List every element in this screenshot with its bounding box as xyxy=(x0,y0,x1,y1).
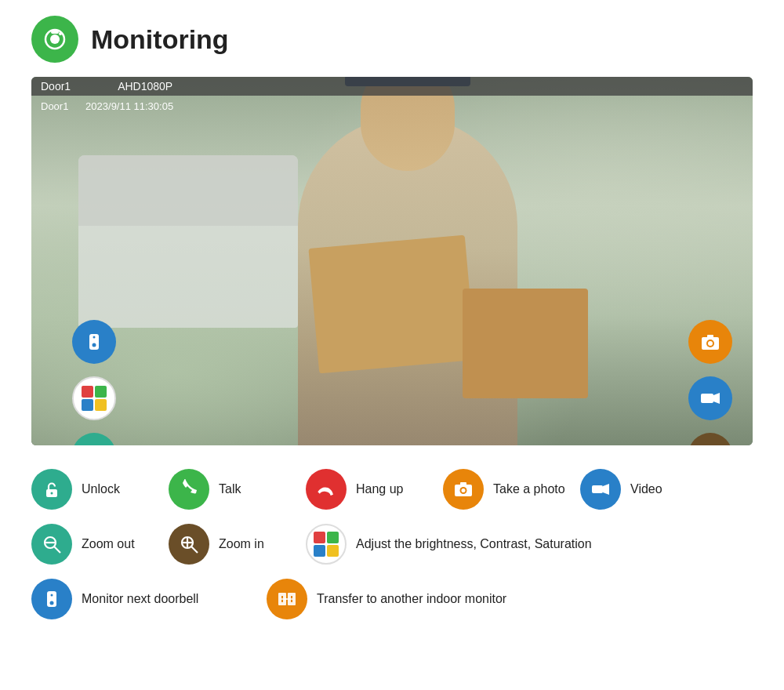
photo-legend-icon-circle xyxy=(443,469,484,510)
video-resolution-label: AHD1080P xyxy=(118,80,172,93)
legend-row-1: Unlock Talk Hang up xyxy=(31,469,753,510)
legend-row-3: Monitor next doorbell Transfer to anothe… xyxy=(31,579,753,619)
legend-photo: Take a photo xyxy=(443,469,580,510)
legend-transfer: Transfer to another indoor monitor xyxy=(267,579,533,619)
svg-point-5 xyxy=(93,343,96,347)
svg-point-14 xyxy=(708,341,713,346)
talk-phone-icon xyxy=(179,479,199,499)
package-envelope xyxy=(308,235,475,374)
photo-label: Take a photo xyxy=(493,482,565,496)
transfer-icon xyxy=(277,589,297,609)
video-overlay-button[interactable] xyxy=(688,376,732,420)
zoomout-label: Zoom out xyxy=(82,537,135,551)
legend-unlock: Unlock xyxy=(31,469,169,510)
zoomin-legend-icon-circle xyxy=(169,524,209,565)
svg-rect-2 xyxy=(51,31,59,34)
legend-adjust: Adjust the brightness, Contrast, Saturat… xyxy=(306,524,592,565)
multi-grid-icon xyxy=(82,386,107,411)
header-icon-circle xyxy=(31,16,78,63)
video-topbar: Door1 AHD1080P xyxy=(31,77,753,96)
lock-legend-icon xyxy=(42,479,62,499)
svg-point-6 xyxy=(93,336,96,339)
talk-label: Talk xyxy=(219,482,241,496)
zoom-out-legend-icon xyxy=(42,534,62,554)
zoom-out-icon xyxy=(83,444,105,445)
doorbell-label: Monitor next doorbell xyxy=(82,592,198,606)
video-legend-icon-circle xyxy=(580,469,621,510)
package-box xyxy=(463,289,588,398)
camera-overlay-icon xyxy=(699,331,721,353)
photo-overlay-button[interactable] xyxy=(688,320,732,364)
unlock-legend-icon xyxy=(31,469,72,510)
zoomout-legend-icon-circle xyxy=(31,524,72,565)
video-label: Video xyxy=(630,482,662,496)
svg-line-36 xyxy=(191,547,198,553)
video-datetime: 2023/9/11 11:30:05 xyxy=(85,100,173,112)
adjust-overlay-button[interactable] xyxy=(72,376,116,420)
video-legend-icon xyxy=(590,479,611,499)
svg-line-32 xyxy=(54,547,60,553)
legend-zoomin: Zoom in xyxy=(169,524,306,565)
zoom-in-legend-icon xyxy=(179,534,199,554)
video-feed: Door1 AHD1080P Door1 2023/9/11 11:30:05 xyxy=(31,77,753,445)
doorbell-legend-icon-circle xyxy=(31,579,72,619)
svg-point-23 xyxy=(51,492,53,495)
legend-hangup: Hang up xyxy=(306,469,443,510)
legend-row-2: Zoom out Zoom in xyxy=(31,524,753,565)
camera-legend-icon xyxy=(453,479,474,499)
video-channel2: Door1 xyxy=(41,100,68,112)
svg-marker-17 xyxy=(713,393,720,404)
legend-section: Unlock Talk Hang up xyxy=(31,469,753,619)
zoomin-label: Zoom in xyxy=(219,537,264,551)
svg-rect-16 xyxy=(701,394,713,403)
doorbell-legend-icon xyxy=(42,589,62,609)
svg-point-1 xyxy=(50,34,60,44)
transfer-legend-icon-circle xyxy=(267,579,307,619)
page-header: Monitoring xyxy=(31,16,753,63)
video-channel-label: Door1 xyxy=(41,80,71,93)
hangup-legend-icon xyxy=(316,479,336,499)
svg-point-3 xyxy=(59,32,62,35)
talk-legend-icon-circle xyxy=(169,469,209,510)
svg-rect-28 xyxy=(592,485,603,493)
doorbell-overlay-button[interactable] xyxy=(72,320,116,364)
svg-marker-29 xyxy=(603,484,609,495)
legend-zoomout: Zoom out xyxy=(31,524,169,565)
page-title: Monitoring xyxy=(91,24,229,55)
legend-video: Video xyxy=(580,469,717,510)
svg-point-38 xyxy=(50,601,54,605)
svg-point-26 xyxy=(462,488,466,492)
unlock-label: Unlock xyxy=(82,482,120,496)
transfer-label: Transfer to another indoor monitor xyxy=(317,592,506,606)
multi-grid-legend-icon xyxy=(314,532,339,557)
svg-point-39 xyxy=(51,594,53,597)
video-cam-icon xyxy=(699,387,721,409)
hangup-label: Hang up xyxy=(356,482,404,496)
legend-doorbell: Monitor next doorbell xyxy=(31,579,267,619)
zoom-in-icon xyxy=(699,444,721,445)
video-datetime-overlay: Door1 2023/9/11 11:30:05 xyxy=(41,100,173,112)
doorbell-icon xyxy=(83,331,105,353)
legend-talk: Talk xyxy=(169,469,306,510)
svg-rect-15 xyxy=(707,335,713,338)
van-top xyxy=(78,155,298,226)
adjust-legend-icon-circle xyxy=(306,524,347,565)
adjust-label: Adjust the brightness, Contrast, Saturat… xyxy=(356,537,592,551)
hangup-legend-icon-circle xyxy=(306,469,347,510)
svg-rect-27 xyxy=(460,482,466,485)
camera-icon xyxy=(42,26,68,53)
